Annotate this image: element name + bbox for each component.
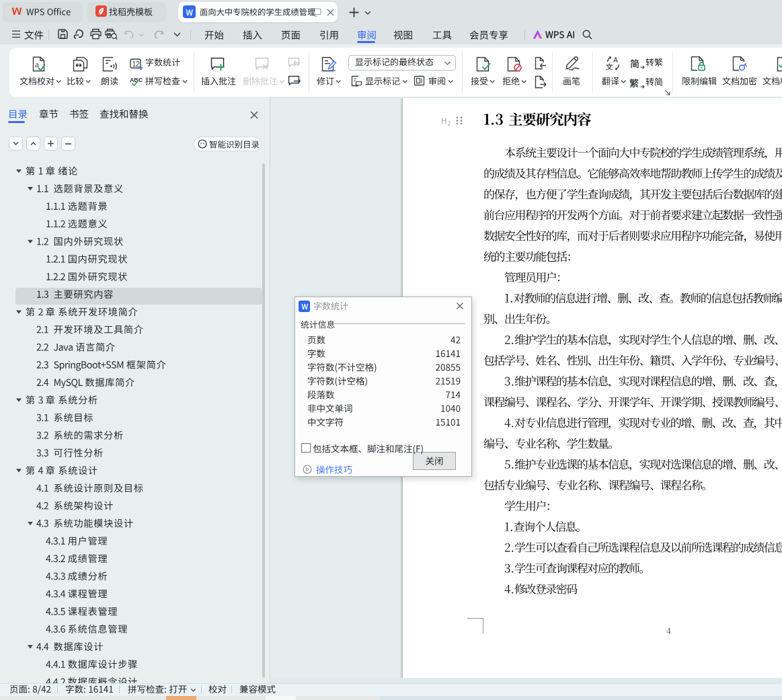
svg-text:12: 12 <box>132 61 141 68</box>
svg-text:A: A <box>613 56 618 64</box>
svg-text:a: a <box>35 59 39 69</box>
